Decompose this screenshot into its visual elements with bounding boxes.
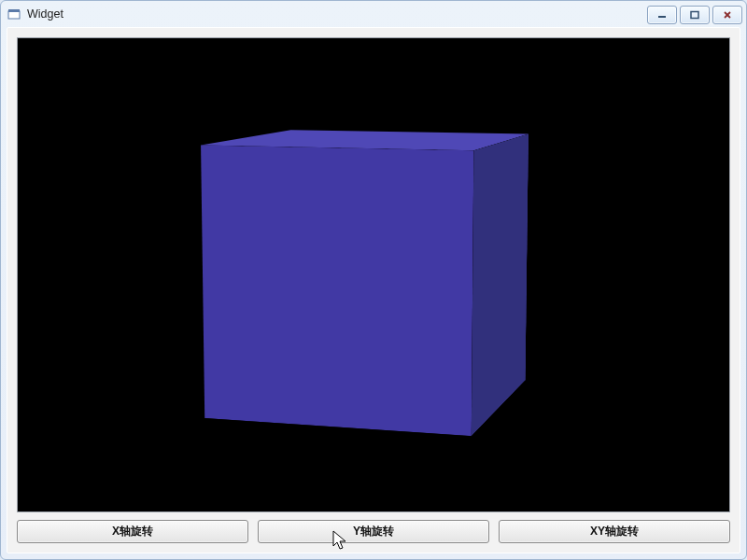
minimize-button[interactable] — [647, 6, 677, 24]
cube-face-front — [201, 145, 473, 436]
svg-rect-0 — [8, 11, 20, 19]
gl-viewport[interactable] — [17, 37, 730, 512]
rotate-x-button[interactable]: X轴旋转 — [17, 520, 248, 543]
cube — [249, 136, 503, 405]
svg-rect-2 — [658, 16, 666, 18]
rotate-y-button[interactable]: Y轴旋转 — [258, 520, 489, 543]
svg-rect-1 — [8, 9, 20, 12]
window-controls — [647, 5, 742, 24]
titlebar[interactable]: Widget — [1, 1, 746, 27]
button-row: X轴旋转 Y轴旋转 XY轴旋转 — [7, 520, 740, 553]
maximize-button[interactable] — [680, 6, 710, 24]
app-window: Widget — [0, 0, 747, 560]
client-area: X轴旋转 Y轴旋转 XY轴旋转 — [7, 27, 740, 553]
cube-face-right — [472, 133, 529, 436]
window-title: Widget — [27, 7, 647, 21]
svg-rect-3 — [691, 11, 698, 18]
rotate-xy-button[interactable]: XY轴旋转 — [499, 520, 730, 543]
app-icon — [7, 7, 21, 21]
close-button[interactable] — [712, 6, 742, 24]
